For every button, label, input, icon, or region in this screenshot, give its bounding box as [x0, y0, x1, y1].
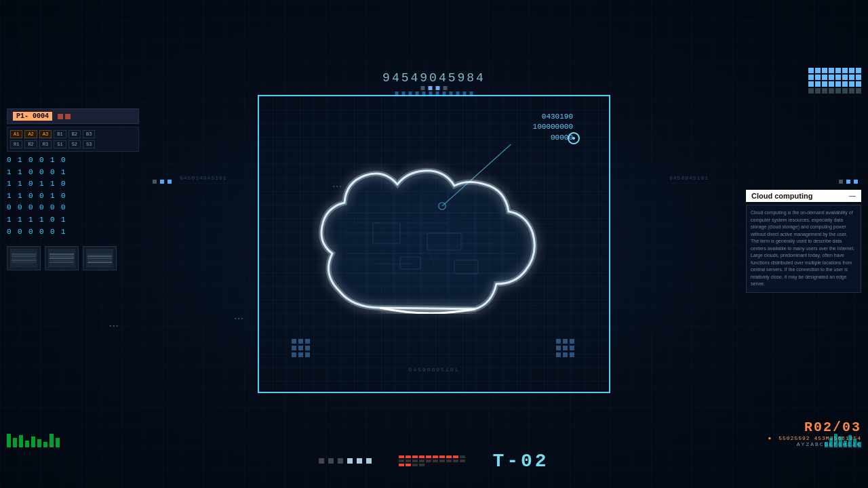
binary-matrix: 0100101100011101101100100000001111010000… — [7, 155, 139, 238]
left-three-dots — [153, 180, 172, 184]
rp-header: Cloud computing — — [746, 190, 861, 202]
progress-section — [399, 455, 465, 466]
panel-right-line — [609, 122, 610, 366]
bottom-indicator-dots — [319, 458, 372, 464]
bottom-bar: T-02 — [0, 434, 868, 488]
top-center-dots — [421, 86, 448, 90]
panel-bottom-line — [285, 392, 583, 393]
progress-bar — [399, 455, 465, 458]
pixel-grid-display — [808, 68, 861, 94]
data-line2: 100000000 — [533, 122, 573, 132]
corner-icons-bl — [292, 339, 312, 359]
thumb-2 — [45, 246, 79, 270]
target-dot — [568, 132, 580, 144]
top-number: 94549045984 — [382, 71, 486, 85]
center-inner-data: 94590695101 — [409, 367, 460, 373]
floating-data-left: 945034945101 — [180, 175, 227, 181]
scatter-dots-2: ••• — [234, 315, 243, 321]
rp-close-button[interactable]: — — [849, 192, 856, 200]
brs-code: R02/03 — [768, 420, 861, 435]
lp-tag-section: A1 A2 A3 B1 B2 B3 R1 R2 R3 S1 S2 S3 — [7, 127, 139, 152]
svg-rect-2 — [326, 169, 536, 314]
right-panel: Cloud computing — Cloud computing is the… — [746, 190, 861, 293]
data-line1: 0430190 — [533, 112, 573, 122]
lp-header: P1- 0004 — [7, 108, 139, 124]
rp-body: Cloud computing is the on-demand availab… — [746, 205, 861, 293]
left-panel: P1- 0004 A1 A2 A3 B1 B2 B3 R1 R2 R3 S1 S… — [7, 108, 139, 270]
rp-title: Cloud computing — [751, 192, 812, 200]
lp-thumbnails — [7, 246, 139, 270]
t-indicator: T-02 — [492, 451, 549, 472]
corner-icons-br — [556, 339, 576, 359]
thumb-1 — [7, 246, 41, 270]
cloud-svg — [312, 159, 556, 348]
scatter-dots-3: ••• — [109, 323, 119, 329]
thumb-3 — [83, 246, 117, 270]
scatter-dots-1: ••• — [332, 183, 342, 189]
floating-data-right: 9458945191 — [669, 175, 709, 181]
lp-header-id: P1- 0004 — [13, 112, 52, 121]
cloud-container — [312, 159, 556, 348]
rp-body-text: Cloud computing is the on-demand availab… — [751, 210, 854, 286]
right-three-dots — [839, 180, 858, 184]
center-panel: 0430190 100000000 00000 — [258, 95, 610, 393]
progress-bar-2 — [399, 460, 465, 462]
